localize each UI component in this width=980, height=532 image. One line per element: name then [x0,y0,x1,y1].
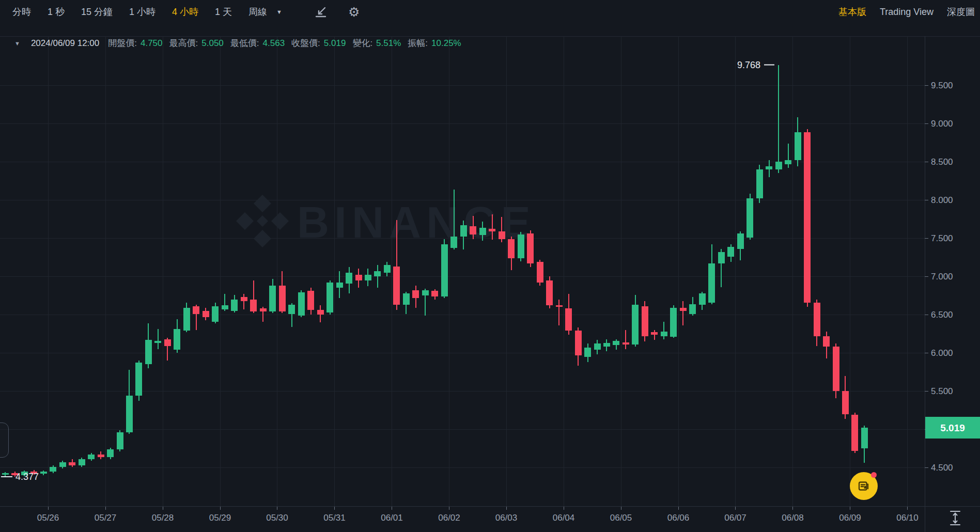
candle[interactable] [164,339,171,346]
candle[interactable] [460,225,467,237]
candle[interactable] [346,273,352,284]
candle[interactable] [833,347,839,391]
candle[interactable] [307,291,314,310]
candle[interactable] [145,340,152,364]
view-mode-depth[interactable]: 深度圖 [947,6,975,18]
candle[interactable] [651,332,658,335]
candle[interactable] [384,265,391,273]
candle[interactable] [546,280,553,306]
candle[interactable] [670,308,677,337]
candle[interactable] [479,228,486,236]
interval-tab-1s[interactable]: 1 秒 [48,6,65,18]
interval-tab-4h[interactable]: 4 小時 [172,6,198,18]
candle[interactable] [403,293,410,305]
candle[interactable] [623,342,629,345]
interval-tab-1d[interactable]: 1 天 [215,6,232,18]
interval-tab-15m[interactable]: 15 分鐘 [81,6,113,18]
candle[interactable] [727,247,734,257]
candle[interactable] [317,310,324,315]
time-axis[interactable]: 05/2605/2705/2805/2905/3005/3106/0106/02… [37,507,919,523]
candle[interactable] [203,311,209,317]
candle[interactable] [699,293,706,305]
interval-tab-minutes[interactable]: 分時 [12,6,31,18]
candle[interactable] [79,459,85,465]
chevron-down-icon[interactable]: ▼ [276,9,282,15]
candle[interactable] [107,449,114,457]
collapsed-panel-handle[interactable] [0,423,9,458]
candle[interactable] [336,283,343,288]
candle[interactable] [613,341,619,346]
candle[interactable] [222,305,228,309]
settings-gear-icon[interactable]: ⚙ [348,6,360,19]
candle[interactable] [365,275,371,280]
candle[interactable] [154,341,161,343]
candle[interactable] [756,169,763,198]
candle[interactable] [269,286,276,311]
candle[interactable] [565,308,572,331]
candle[interactable] [775,162,782,169]
candle[interactable] [412,290,419,298]
candle[interactable] [842,391,849,414]
candle[interactable] [718,252,725,264]
candle[interactable] [537,262,543,283]
candle[interactable] [288,305,295,314]
candle[interactable] [98,455,104,457]
candle[interactable] [737,233,744,249]
candle[interactable] [642,306,648,336]
candle[interactable] [241,297,247,301]
news-button[interactable] [850,472,878,500]
candle[interactable] [193,306,199,314]
candle[interactable] [804,132,811,303]
candle[interactable] [40,472,47,474]
candle[interactable] [88,455,95,459]
candle[interactable] [661,332,667,336]
candle[interactable] [708,263,715,303]
candle[interactable] [851,415,858,451]
candle[interactable] [785,160,791,164]
candle[interactable] [441,244,448,296]
candle[interactable] [518,234,524,258]
candle[interactable] [117,432,123,449]
interval-tab-1w[interactable]: 周線 [248,6,267,18]
candle[interactable] [126,396,133,432]
candle[interactable] [450,237,457,248]
candle[interactable] [861,428,868,448]
candle[interactable] [393,267,400,305]
candle[interactable] [279,286,286,311]
candle[interactable] [2,473,9,475]
price-axis[interactable]: 9.5009.0008.5008.0007.5007.0006.5006.000… [925,81,953,473]
candle[interactable] [135,363,142,396]
candle[interactable] [795,132,801,161]
candle[interactable] [508,239,515,258]
candle[interactable] [489,229,495,231]
candle[interactable] [50,467,56,472]
candle[interactable] [183,308,190,331]
candle[interactable] [556,305,563,307]
candle[interactable] [527,233,534,263]
candle[interactable] [594,343,601,350]
candle[interactable] [746,198,753,238]
candle[interactable] [766,166,772,169]
candle[interactable] [823,336,830,347]
candle[interactable] [260,308,267,311]
candle[interactable] [174,329,180,350]
candlestick-chart[interactable]: BINANCE9.7684.3779.5009.0008.5008.0007.5… [0,0,980,532]
collapse-caret-icon[interactable]: ▼ [14,40,20,46]
candle[interactable] [603,343,610,347]
view-mode-tradingview[interactable]: Trading View [880,7,934,18]
candle[interactable] [680,308,687,311]
candle[interactable] [231,300,238,311]
candle[interactable] [59,462,66,467]
candle[interactable] [298,292,305,316]
candle[interactable] [499,231,505,239]
interval-tab-1h[interactable]: 1 小時 [129,6,155,18]
candle[interactable] [250,300,257,312]
candle[interactable] [422,290,429,296]
candle[interactable] [689,304,696,314]
candle[interactable] [575,331,582,355]
candle[interactable] [814,303,820,336]
candle[interactable] [632,305,639,345]
kline-chart-icon[interactable] [314,5,328,19]
candle[interactable] [374,271,381,277]
candle[interactable] [69,462,75,465]
